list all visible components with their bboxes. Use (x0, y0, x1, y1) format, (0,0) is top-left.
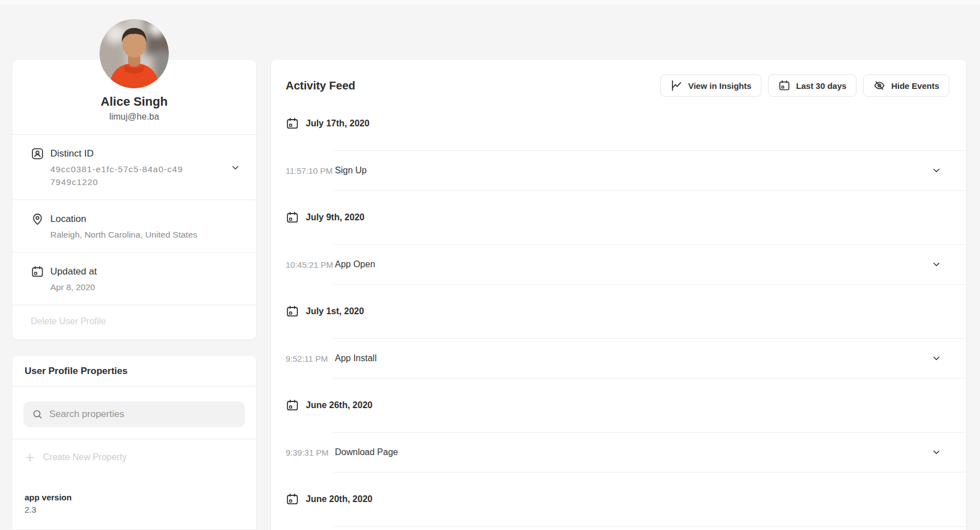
event-row[interactable]: 11:57:10 PM Sign Up (271, 151, 966, 190)
view-in-insights-button[interactable]: View in Insights (660, 74, 761, 97)
event-time: 10:45:21 PM (286, 260, 335, 269)
hide-events-label: Hide Events (891, 81, 939, 91)
event-time: 9:52:11 PM (286, 354, 335, 363)
plus-icon (25, 452, 35, 463)
activity-feed-list: July 17th, 2020 11:57:10 PM Sign Up July… (271, 97, 966, 527)
create-new-property-label: Create New Property (43, 452, 126, 462)
date-range-button[interactable]: Last 30 days (768, 74, 856, 97)
avatar-photo-illustration (100, 19, 169, 88)
feed-toolbar: View in Insights Last 30 days Hide Event… (660, 74, 949, 97)
event-expand-chevron-icon[interactable] (931, 259, 941, 269)
location-pin-icon (31, 212, 44, 226)
date-range-label: Last 30 days (796, 81, 846, 91)
search-wrap (12, 386, 256, 439)
delete-user-profile-button[interactable]: Delete User Profile (31, 316, 106, 326)
calendar-icon (286, 493, 299, 506)
event-name: App Open (335, 259, 931, 269)
properties-panel-title: User Profile Properties (12, 356, 256, 386)
feed-date-label: June 26th, 2020 (306, 400, 372, 410)
location-value: Raleigh, North Carolina, United States (50, 228, 243, 241)
profile-name: Alice Singh (23, 94, 245, 109)
event-name: Download Page (335, 447, 931, 457)
calendar-icon (286, 399, 299, 412)
event-name: Sign Up (335, 165, 931, 176)
updated-at-label: Updated at (50, 265, 97, 278)
property-list-item[interactable]: app version 2.3 (12, 475, 256, 530)
event-row[interactable]: 10:45:21 PM App Open (271, 245, 966, 284)
property-list: app version 2.3 (12, 475, 256, 530)
insights-chart-icon (670, 79, 683, 92)
profile-card: Alice Singh limuj@he.ba Distinct ID 49cc… (12, 60, 256, 339)
distinct-id-content: Distinct ID 49cc0381-e1fc-57c5-84a0-c497… (31, 147, 184, 188)
profile-sidebar: Alice Singh limuj@he.ba Distinct ID 49cc… (12, 0, 256, 530)
search-icon (32, 409, 43, 420)
calendar-icon (778, 79, 790, 92)
profile-email: limuj@he.ba (23, 111, 245, 123)
feed-date-label: July 1st, 2020 (306, 306, 364, 316)
user-profile-properties-card: User Profile Properties Create New Prope… (12, 356, 256, 530)
location-section: Location Raleigh, North Carolina, United… (12, 200, 256, 252)
event-row[interactable]: 9:52:11 PM App Install (271, 339, 966, 378)
event-time: 11:57:10 PM (286, 166, 335, 176)
id-badge-icon (31, 147, 44, 160)
divider (333, 526, 966, 527)
event-expand-chevron-icon[interactable] (931, 165, 941, 176)
search-box (23, 401, 245, 427)
calendar-icon (286, 305, 299, 318)
distinct-id-label: Distinct ID (50, 147, 93, 160)
distinct-id-value: 49cc0381-e1fc-57c5-84a0-c497949c1220 (50, 163, 184, 188)
feed-date-label: July 9th, 2020 (306, 212, 364, 223)
feed-date-header: July 17th, 2020 (271, 97, 966, 150)
distinct-id-section: Distinct ID 49cc0381-e1fc-57c5-84a0-c497… (12, 135, 256, 200)
event-expand-chevron-icon[interactable] (931, 447, 941, 457)
event-expand-chevron-icon[interactable] (931, 353, 941, 363)
view-in-insights-label: View in Insights (688, 81, 751, 91)
avatar (100, 19, 169, 88)
eye-off-icon (873, 79, 886, 92)
hide-events-button[interactable]: Hide Events (863, 74, 949, 97)
feed-date-header: June 20th, 2020 (271, 472, 966, 526)
distinct-id-expand-chevron-icon[interactable] (230, 162, 243, 174)
feed-date-header: July 1st, 2020 (271, 285, 966, 338)
property-name: app version (25, 492, 244, 503)
search-properties-input[interactable] (49, 409, 236, 420)
create-new-property-button[interactable]: Create New Property (12, 439, 256, 475)
activity-feed-header: Activity Feed View in Insights Last 30 d… (271, 60, 966, 97)
property-value: 2.3 (25, 504, 244, 515)
delete-row: Delete User Profile (12, 305, 256, 338)
feed-date-header: July 9th, 2020 (271, 191, 966, 244)
feed-date-header: June 26th, 2020 (271, 378, 966, 432)
calendar-icon (286, 117, 299, 130)
event-name: App Install (335, 353, 931, 363)
activity-feed-card: Activity Feed View in Insights Last 30 d… (271, 60, 966, 530)
updated-at-value: Apr 8, 2020 (50, 281, 243, 294)
page-title: Activity Feed (286, 79, 355, 92)
location-label: Location (50, 212, 86, 226)
feed-date-label: June 20th, 2020 (306, 494, 372, 504)
updated-at-section: Updated at Apr 8, 2020 (12, 253, 256, 305)
calendar-icon (31, 265, 44, 278)
feed-date-label: July 17th, 2020 (306, 119, 370, 129)
calendar-icon (286, 211, 299, 224)
event-row[interactable]: 9:39:31 PM Download Page (271, 433, 966, 472)
event-time: 9:39:31 PM (286, 448, 335, 457)
